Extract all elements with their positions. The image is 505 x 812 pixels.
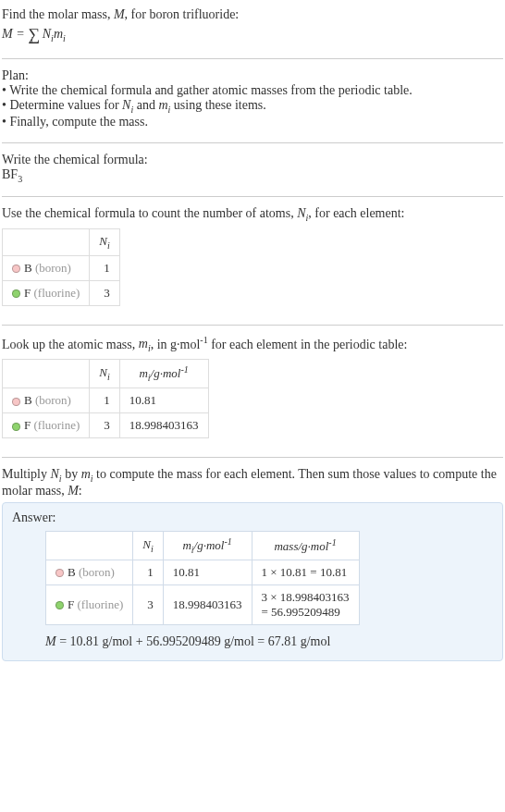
- final-rest: = 10.81 g/mol + 56.995209489 g/mol = 67.…: [56, 634, 331, 648]
- col-ni-text: N: [99, 365, 107, 379]
- divider: [2, 325, 503, 326]
- mass-h-exp: -1: [200, 335, 207, 345]
- multiply-text: Multiply Ni by mi to compute the mass fo…: [2, 467, 503, 498]
- cf-heading: Write the chemical formula:: [2, 153, 503, 167]
- col-ni: Ni: [90, 360, 119, 388]
- fl-mass-l2: = 56.995209489: [262, 605, 340, 619]
- divider: [2, 196, 503, 197]
- eq-lhs: M: [2, 27, 13, 41]
- boron-symbol: B: [68, 565, 76, 579]
- col-mi-unit: /g·mol: [194, 538, 225, 552]
- intro-section: Find the molar mass, M, for boron triflu…: [2, 4, 503, 53]
- plan-bullet-1: • Write the chemical formula and gather …: [2, 83, 503, 98]
- divider: [2, 457, 503, 458]
- cell-element: B (boron): [3, 255, 90, 280]
- table-row: F (fluorine) 3 18.998403163 3 × 18.99840…: [46, 584, 360, 624]
- col-empty: [3, 229, 90, 256]
- cell-mi: 18.998403163: [163, 584, 252, 624]
- col-mi-unit: /g·mol: [151, 367, 181, 381]
- intro-text2: , for boron trifluoride:: [125, 7, 240, 21]
- mass-h-suffix: for each element in the periodic table:: [208, 337, 408, 351]
- answer-box: Answer: Ni mi/g·mol-1 mass/g·mol-1 B (bo…: [2, 502, 503, 661]
- mass-h-mid: , in g·mol: [151, 337, 201, 351]
- col-mass-text: mass/g·mol: [274, 539, 328, 553]
- cell-element: F (fluorine): [3, 280, 90, 305]
- cell-ni: 1: [90, 255, 119, 280]
- col-mi: mi/g·mol-1: [119, 360, 208, 388]
- col-mi-text: m: [139, 367, 147, 381]
- table-row: F (fluorine) 3: [3, 280, 120, 305]
- col-empty: [3, 360, 90, 388]
- b2-prefix: • Determine values for: [2, 98, 122, 112]
- table-row: B (boron) 1 10.81 1 × 10.81 = 10.81: [46, 560, 360, 584]
- answer-label: Answer:: [12, 511, 493, 525]
- answer-inner: Ni mi/g·mol-1 mass/g·mol-1 B (boron) 1 1…: [12, 531, 493, 649]
- answer-table: Ni mi/g·mol-1 mass/g·mol-1 B (boron) 1 1…: [45, 531, 360, 625]
- mul-prefix: Multiply: [2, 467, 51, 481]
- var-m2: M: [68, 484, 79, 498]
- cell-ni: 3: [90, 280, 119, 305]
- count-heading: Use the chemical formula to count the nu…: [2, 206, 503, 223]
- table-row: Ni mi/g·mol-1 mass/g·mol-1: [46, 531, 360, 560]
- count-h-suffix: , for each element:: [308, 206, 404, 220]
- plan-section: Plan: • Write the chemical formula and g…: [2, 65, 503, 137]
- divider: [2, 142, 503, 143]
- final-equation: M = 10.81 g/mol + 56.995209489 g/mol = 6…: [45, 634, 493, 649]
- boron-symbol: B: [24, 261, 32, 275]
- plan-bullet-2: • Determine values for Ni and mi using t…: [2, 98, 503, 115]
- col-ni: Ni: [133, 531, 163, 560]
- var-ni: Ni: [122, 98, 133, 112]
- count-h-prefix: Use the chemical formula to count the nu…: [2, 206, 297, 220]
- col-mi-text: m: [182, 538, 191, 552]
- boron-name: (boron): [32, 261, 71, 275]
- intro-line: Find the molar mass, M, for boron triflu…: [2, 7, 503, 22]
- cf-base: BF: [2, 167, 18, 181]
- cell-mi: 18.998403163: [119, 413, 208, 438]
- var-m: M: [114, 7, 125, 21]
- mul-mid1: by: [62, 467, 81, 481]
- table-row: F (fluorine) 3 18.998403163: [3, 413, 209, 438]
- table-row: Ni: [3, 229, 120, 256]
- eq-equals: =: [13, 27, 28, 41]
- boron-name: (boron): [76, 565, 115, 579]
- molar-mass-equation: M = ∑iNimi: [2, 24, 503, 43]
- boron-name: (boron): [32, 393, 71, 407]
- fluorine-dot-icon: [55, 601, 64, 609]
- sum-index: i: [31, 35, 33, 45]
- boron-dot-icon: [12, 398, 20, 406]
- cell-element: B (boron): [46, 560, 133, 584]
- cell-mi: 10.81: [163, 560, 252, 584]
- var-ni3: Ni: [51, 467, 62, 481]
- multiply-section: Multiply Ni by mi to compute the mass fo…: [2, 463, 503, 669]
- mul-suffix: :: [79, 484, 82, 498]
- cell-ni: 1: [133, 560, 163, 584]
- table-row: B (boron) 1 10.81: [3, 388, 209, 413]
- col-ni: Ni: [90, 229, 119, 256]
- cell-ni: 3: [90, 413, 119, 438]
- col-empty: [46, 531, 133, 560]
- cell-ni: 3: [133, 584, 163, 624]
- plan-bullet-3: • Finally, compute the mass.: [2, 115, 503, 129]
- intro-text: Find the molar mass,: [2, 7, 114, 21]
- cell-mass: 3 × 18.998403163= 56.995209489: [252, 584, 359, 624]
- var-mi2: mi: [139, 337, 151, 351]
- cell-mass: 1 × 10.81 = 10.81: [252, 560, 359, 584]
- fluorine-name: (fluorine): [74, 597, 123, 611]
- table-row: Ni mi/g·mol-1: [3, 360, 209, 388]
- count-section: Use the chemical formula to count the nu…: [2, 203, 503, 318]
- cell-element: F (fluorine): [46, 584, 133, 624]
- final-m: M: [45, 634, 56, 648]
- plan-heading: Plan:: [2, 68, 503, 83]
- col-ni-text: N: [142, 537, 151, 551]
- mass-table: Ni mi/g·mol-1 B (boron) 1 10.81 F (fluor…: [2, 359, 209, 438]
- fluorine-dot-icon: [12, 423, 20, 431]
- fl-mass-l1: 3 × 18.998403163: [262, 590, 350, 604]
- col-ni-text: N: [99, 234, 107, 248]
- mass-h-prefix: Look up the atomic mass,: [2, 337, 139, 351]
- var-ni2: Ni: [297, 206, 308, 220]
- b2-suffix: using these items.: [170, 98, 265, 112]
- fluorine-name: (fluorine): [31, 286, 80, 300]
- cf-sub: 3: [18, 173, 22, 183]
- var-mi3: mi: [81, 467, 93, 481]
- chemical-formula-section: Write the chemical formula: BF3: [2, 149, 503, 191]
